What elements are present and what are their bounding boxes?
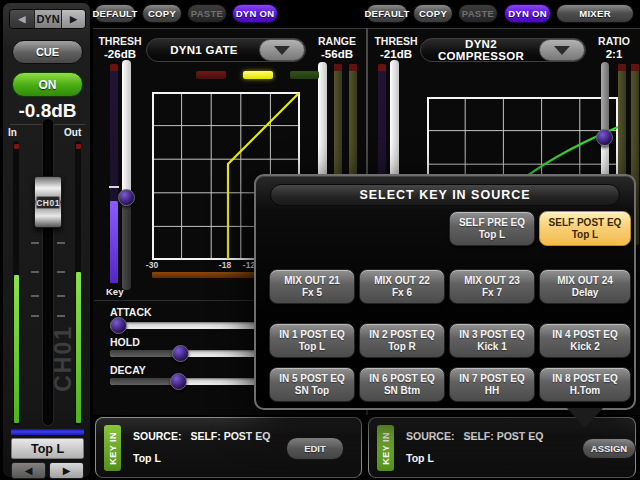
fader-tick	[31, 242, 39, 244]
dyn1-thresh-label: THRESH	[96, 35, 144, 47]
cue-button[interactable]: CUE	[12, 40, 83, 64]
keyin-tag: KEY IN	[377, 425, 394, 471]
keyin-source-value: SELF: POST EQ	[463, 430, 543, 442]
fader-tick	[57, 295, 65, 297]
option-line2: Top R	[388, 341, 416, 352]
option-line2: Kick 1	[477, 341, 506, 352]
dyn2-thresh-fader-track[interactable]	[390, 60, 399, 190]
option-line1: SELF POST EQ	[549, 217, 622, 228]
keyin-source-option[interactable]: IN 3 POST EQKick 1	[449, 323, 535, 358]
keyin-source-option[interactable]: IN 1 POST EQTop L	[269, 323, 355, 358]
fader-cap-label: CH01	[36, 196, 60, 209]
dyn2-default-button[interactable]: DEFAULT	[366, 4, 408, 23]
dyn1-paste-button[interactable]: PASTE	[187, 4, 227, 23]
dyn2-ratio-fader-track[interactable]	[601, 62, 609, 138]
chevron-down-icon	[259, 39, 305, 61]
dyn1-thresh-fader-thumb[interactable]	[118, 189, 135, 206]
option-line2: SN Top	[295, 385, 329, 396]
option-line1: IN 4 POST EQ	[552, 329, 618, 340]
keyin-source-option[interactable]: MIX OUT 22Fx 6	[359, 269, 445, 304]
option-line2: Fx 5	[302, 287, 322, 298]
dyn1-default-button[interactable]: DEFAULT	[94, 4, 136, 23]
keyin-tag-label: KEY IN	[381, 432, 391, 465]
dyn2-on-button[interactable]: DYN ON	[504, 4, 551, 23]
decay-label: DECAY	[110, 364, 146, 376]
dyn1-copy-button[interactable]: COPY	[142, 4, 182, 23]
keyin-source-option[interactable]: IN 4 POST EQKick 2	[539, 323, 631, 358]
channel-watermark: CH01	[50, 325, 77, 392]
dyn2-paste-button[interactable]: PASTE	[458, 4, 498, 23]
hold-slider-thumb[interactable]	[172, 345, 189, 362]
keyin-source-option[interactable]: IN 5 POST EQSN Top	[269, 367, 355, 402]
meter-peak-led	[14, 144, 19, 149]
keyin-source-option[interactable]: IN 2 POST EQTop R	[359, 323, 445, 358]
dyn2-ratio-fader-thumb[interactable]	[596, 129, 613, 146]
prev-channel-button[interactable]: ◀	[11, 462, 46, 479]
next-screen-icon[interactable]: ▶	[61, 10, 85, 28]
keyin-edit-button[interactable]: EDIT	[286, 437, 344, 460]
prev-screen-icon[interactable]: ◀	[10, 10, 34, 28]
dyn2-copy-button[interactable]: COPY	[413, 4, 453, 23]
gate-open-led	[290, 71, 319, 79]
decay-slider-thumb[interactable]	[170, 373, 187, 390]
channel-on-button[interactable]: ON	[12, 72, 83, 97]
option-line1: IN 8 POST EQ	[552, 373, 618, 384]
keyin-source-name: Top L	[133, 452, 161, 464]
mixer-button[interactable]: MIXER	[556, 4, 634, 23]
channel-fader-cap[interactable]: CH01	[34, 176, 62, 228]
attack-slider-thumb[interactable]	[110, 317, 127, 334]
input-level-meter	[13, 141, 19, 425]
keyin-source-option[interactable]: MIX OUT 21Fx 5	[269, 269, 355, 304]
option-line2: SN Btm	[384, 385, 420, 396]
next-channel-button[interactable]: ▶	[49, 462, 84, 479]
keyin-source-option[interactable]: MIX OUT 24Delay	[539, 269, 631, 304]
key-scale-label: -30	[140, 260, 164, 270]
screen-selector: ◀ DYN ▶	[9, 9, 86, 29]
keyin-source-value: SELF: POST EQ	[190, 430, 270, 442]
option-line2: HH	[485, 385, 499, 396]
keyin-tag-label: KEY IN	[108, 432, 118, 465]
dyn2-type-dropdown[interactable]: DYN2 COMPRESSOR	[420, 38, 586, 62]
keyin-assign-button[interactable]: ASSIGN	[582, 438, 636, 459]
option-line2: Delay	[572, 287, 599, 298]
dyn1-on-button[interactable]: DYN ON	[232, 4, 278, 23]
dyn1-thresh-fader-track[interactable]	[122, 60, 131, 198]
dyn2-thresh-value: -21dB	[372, 48, 420, 60]
meter-peak-led	[110, 64, 118, 71]
option-line2: Kick 2	[570, 341, 599, 352]
keyin-source-option[interactable]: IN 6 POST EQSN Btm	[359, 367, 445, 402]
dyn1-range-value: -56dB	[310, 48, 364, 60]
dyn1-type-dropdown[interactable]: DYN1 GATE	[146, 38, 306, 62]
gate-hold-led	[243, 71, 273, 79]
dyn1-thresh-fader-track[interactable]	[122, 198, 131, 290]
keyin-source-option[interactable]: MIX OUT 23Fx 7	[449, 269, 535, 304]
arrow-left-icon: ◀	[25, 465, 33, 476]
keyin-source-option-selected[interactable]: SELF POST EQTop L	[539, 211, 631, 246]
keyin-source-line: SOURCE:SELF: POST EQ	[406, 430, 543, 442]
meter-green-fill	[14, 275, 19, 423]
option-line2: Top L	[299, 341, 325, 352]
key-scale-label: -18	[213, 260, 237, 270]
channel-strip: ◀ DYN ▶ CUE ON -0.8dB In Out CH01 CH01	[2, 2, 91, 478]
dyn2-thresh-label: THRESH	[372, 35, 420, 47]
hold-label: HOLD	[110, 336, 140, 348]
option-line2: H.Tom	[570, 385, 600, 396]
option-line2: Top L	[572, 229, 598, 240]
channel-color-bar	[11, 429, 84, 435]
fader-tick	[31, 315, 39, 317]
keyin-source-label: SOURCE:	[133, 430, 181, 442]
dynamics-screen: DEFAULT COPY PASTE DYN ON DEFAULT COPY P…	[0, 0, 640, 480]
option-line1: IN 7 POST EQ	[459, 373, 525, 384]
meter-purple-fill	[110, 201, 118, 283]
gate-closed-led	[196, 71, 226, 79]
keyin-source-option[interactable]: IN 7 POST EQHH	[449, 367, 535, 402]
dialog-pointer	[567, 408, 603, 428]
dyn1-key-meter-label: Key	[106, 286, 123, 297]
keyin-source-option[interactable]: IN 8 POST EQH.Tom	[539, 367, 631, 402]
dyn1-range-label: RANGE	[310, 35, 364, 47]
dyn2-ratio-label: RATIO	[590, 35, 638, 47]
fader-tick	[57, 271, 65, 273]
option-line1: IN 3 POST EQ	[459, 329, 525, 340]
keyin-source-option[interactable]: SELF PRE EQTop L	[449, 211, 535, 246]
option-line1: IN 5 POST EQ	[279, 373, 345, 384]
